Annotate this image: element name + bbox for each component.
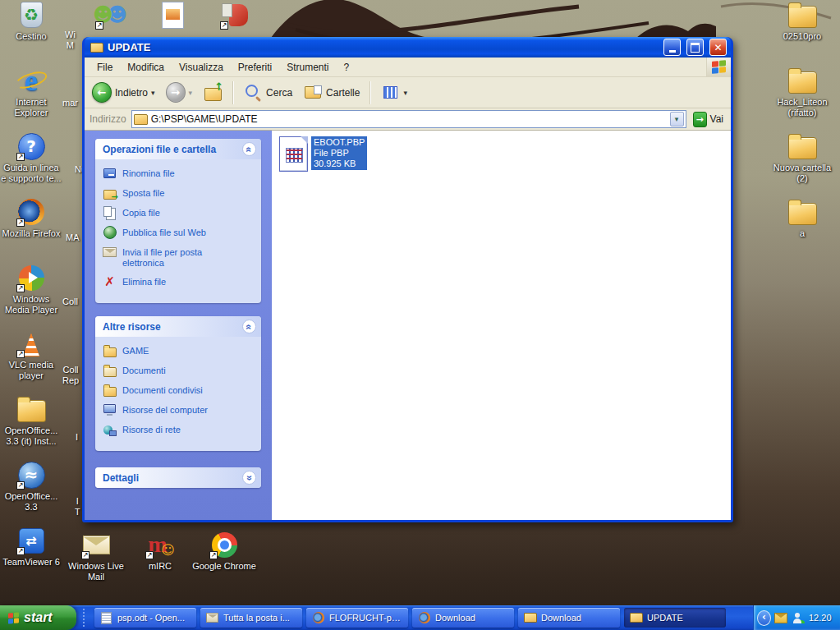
shortcut-arrow-icon xyxy=(16,153,25,161)
taskbar-window-button[interactable]: psp.odt - Open... xyxy=(94,608,196,628)
desktop-icon[interactable]: Nuova cartella (2) xyxy=(769,131,836,197)
menu-item[interactable]: Preferiti xyxy=(231,59,279,76)
desktop-icon[interactable]: Cestino xyxy=(0,0,62,66)
expand-chevron-icon[interactable] xyxy=(242,471,256,485)
back-button[interactable]: Indietro ▾ xyxy=(88,80,159,105)
task-link[interactable]: Pubblica file sul Web xyxy=(103,226,255,239)
task-link[interactable]: Risorse di rete xyxy=(103,423,255,436)
desktop-icon-glyph xyxy=(787,0,817,30)
task-link[interactable]: Sposta file xyxy=(103,186,255,200)
desktop-icon-glyph xyxy=(16,329,46,358)
address-dropdown-button[interactable]: ▾ xyxy=(670,112,684,126)
desktop-icon-glyph xyxy=(16,0,46,30)
maximize-button[interactable] xyxy=(686,39,704,56)
toolbar-separator xyxy=(232,81,233,104)
desktop-icon[interactable]: OpenOffice... 3.3 (it) Inst... xyxy=(0,394,62,460)
file-tasks-list: Rinomina file Sposta file Copia file P xyxy=(95,159,261,303)
task-link[interactable]: Elimina file xyxy=(103,275,255,288)
task-link-label: Copia file xyxy=(122,206,160,218)
address-input[interactable] xyxy=(151,113,667,125)
collapse-chevron-icon[interactable] xyxy=(242,320,256,333)
forward-dropdown-caret[interactable]: ▾ xyxy=(189,89,193,97)
task-link[interactable]: Risorse del computer xyxy=(103,403,255,416)
desktop-icon[interactable]: mIRC xyxy=(128,530,192,587)
obscured-desktop-label: Wi M xyxy=(65,30,76,51)
task-link-label: Rinomina file xyxy=(122,167,175,179)
menu-item[interactable]: Modifica xyxy=(120,59,172,76)
tray-mail-icon[interactable] xyxy=(773,611,787,624)
desktop-icon[interactable]: Windows Live Mail xyxy=(64,530,128,587)
tray-collapse-chevron-icon[interactable] xyxy=(757,611,771,624)
start-button[interactable]: start xyxy=(0,605,76,630)
task-link[interactable]: Copia file xyxy=(103,206,255,219)
search-button[interactable]: Cerca xyxy=(239,80,296,105)
desktop-icon[interactable]: Internet Explorer xyxy=(0,66,62,131)
views-dropdown-caret[interactable]: ▾ xyxy=(403,89,407,97)
desktop-icon[interactable] xyxy=(141,0,204,34)
menu-item[interactable]: ? xyxy=(337,59,357,76)
forward-button[interactable]: ▾ xyxy=(162,80,197,105)
desktop-icon[interactable]: OpenOffice... 3.3 xyxy=(0,460,62,526)
task-link-icon xyxy=(103,344,117,357)
desktop-icon-glyph xyxy=(16,66,46,95)
desktop-icon[interactable]: VLC media player xyxy=(0,329,62,394)
desktop-icon-glyph xyxy=(209,530,239,559)
taskbar-window-button[interactable]: UPDATE xyxy=(624,608,726,628)
title-bar[interactable]: UPDATE xyxy=(85,37,731,57)
task-pane: Operazioni file e cartella Rinomina file… xyxy=(85,131,272,520)
desktop: Cestino Internet Explorer Guida in linea… xyxy=(0,0,840,630)
tray-messenger-status-icon[interactable] xyxy=(790,611,804,624)
task-link-label: Invia il file per posta elettronica xyxy=(122,246,246,269)
taskbar-button-icon xyxy=(523,611,537,624)
task-link[interactable]: GAME xyxy=(103,344,255,357)
desktop-icon[interactable]: Mozilla Firefox xyxy=(0,197,62,263)
toolbar: Indietro ▾ ▾ Cerca Cartelle xyxy=(85,77,731,108)
go-button[interactable]: Vai xyxy=(691,112,728,126)
go-arrow-icon xyxy=(693,113,707,126)
file-tasks-header[interactable]: Operazioni file e cartella xyxy=(95,139,261,159)
minimize-button[interactable] xyxy=(663,39,681,56)
folders-icon xyxy=(303,83,323,103)
quick-launch-grip[interactable] xyxy=(83,609,91,627)
other-places-header[interactable]: Altre risorse xyxy=(95,316,261,337)
up-button[interactable] xyxy=(199,80,227,105)
views-icon xyxy=(380,83,400,103)
task-link[interactable]: Rinomina file xyxy=(103,167,255,180)
desktop-icon-label: Internet Explorer xyxy=(0,97,62,118)
file-item-eboot[interactable]: EBOOT.PBP File PBP 30.925 KB xyxy=(279,136,367,172)
desktop-icon[interactable]: Windows Media Player xyxy=(0,263,62,329)
task-link-icon xyxy=(103,423,117,436)
desktop-icon[interactable]: 02510pro xyxy=(769,0,836,66)
menu-item[interactable]: Strumenti xyxy=(279,59,336,76)
task-link[interactable]: Documenti condivisi xyxy=(103,384,255,397)
desktop-icon-glyph xyxy=(16,197,46,227)
task-link[interactable]: Documenti xyxy=(103,364,255,377)
taskbar-window-button[interactable]: FLOFRUCHT-ps... xyxy=(306,608,408,628)
windows-flag-icon xyxy=(712,60,726,74)
desktop-icon[interactable]: TeamViewer 6 xyxy=(0,526,62,591)
taskbar-window-button[interactable]: Download xyxy=(412,608,514,628)
desktop-icon[interactable]: Hack_Liteon (rifatto) xyxy=(769,66,836,131)
close-button[interactable] xyxy=(709,39,727,56)
desktop-icon[interactable]: a xyxy=(769,197,836,263)
menu-item[interactable]: File xyxy=(90,59,120,76)
address-label: Indirizzo xyxy=(88,113,126,125)
views-button[interactable]: ▾ xyxy=(376,80,411,105)
details-header[interactable]: Dettagli xyxy=(95,467,261,488)
back-dropdown-caret[interactable]: ▾ xyxy=(151,89,155,97)
collapse-chevron-icon[interactable] xyxy=(242,142,256,156)
desktop-icon[interactable] xyxy=(79,0,141,34)
desktop-icon[interactable]: Guida in linea e supporto te... xyxy=(0,131,62,197)
desktop-icon-glyph xyxy=(81,530,111,559)
desktop-icon[interactable]: Google Chrome xyxy=(192,530,256,587)
taskbar-button-icon xyxy=(99,611,113,624)
task-link-icon xyxy=(103,384,117,397)
taskbar-window-button[interactable]: Tutta la posta i... xyxy=(200,608,302,628)
taskbar-window-button[interactable]: Download xyxy=(518,608,620,628)
menu-item[interactable]: Visualizza xyxy=(172,59,231,76)
folders-button[interactable]: Cartelle xyxy=(299,80,364,105)
file-list-area[interactable]: EBOOT.PBP File PBP 30.925 KB xyxy=(272,131,731,520)
task-link[interactable]: Invia il file per posta elettronica xyxy=(103,246,255,269)
task-link-icon xyxy=(103,275,117,288)
desktop-icon[interactable] xyxy=(204,0,266,34)
